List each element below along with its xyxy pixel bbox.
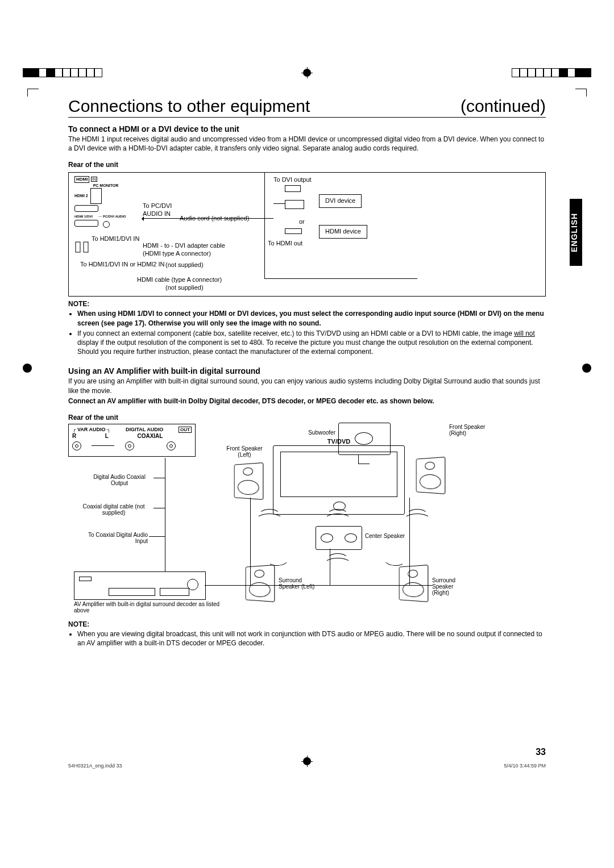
surround-right-label: Surround Speaker (Right) [432,577,472,596]
section-hdmi-intro: The HDMI 1 input receives digital audio … [68,135,546,153]
front-left-label: Front Speaker (Left) [222,445,267,458]
to-coax-input-label: To Coaxial Digital Audio Input [85,532,148,544]
footer-file: 54H0321A_eng.indd 33 [68,763,122,769]
to-hdmi1-or-2-label: To HDMI1/DVI IN or HDMI2 IN [80,261,165,268]
note-block-2: NOTE: When you are viewing digital broad… [68,620,546,648]
registration-mark-right [582,364,591,373]
hdmi-logo: HDMI [74,176,89,183]
section-av-intro: If you are using an Amplifier with built… [68,377,546,395]
registration-mark-left [23,364,32,373]
front-left-speaker-icon [234,462,264,500]
adapter-cable-label: HDMI - to - DVI adapter cable (HDMI type… [143,242,225,257]
registration-mark-top [301,67,313,78]
coax-cable-label: Coaxial digital cable (not supplied) [74,503,154,516]
front-right-speaker-icon [416,457,446,494]
section-hdmi-heading: To connect a HDMI or a DVI device to the… [68,124,546,133]
hdmi1-dvi-label: HDMI 1/DVI [74,215,97,219]
center-speaker-icon [316,526,362,550]
audio-out-panel: ┌ VAR AUDIO ┐ DIGITAL AUDIO OUT R L COAX… [68,424,196,457]
note-item: When you are viewing digital broadcast, … [77,629,546,648]
to-hdmi1-dvi-in-label: To HDMI1/DVI IN [92,235,139,243]
svg-rect-1 [84,242,88,252]
surround-left-label: Surround Speaker (Left) [279,577,324,590]
subwoofer-icon [338,423,391,455]
not-supplied-label-1: (not supplied) [165,261,204,269]
footer-timestamp: 5/4/10 3:44:59 PM [504,763,546,769]
surround-right-speaker-icon [399,565,429,602]
rear-of-unit-label-2: Rear of the unit [68,414,546,422]
av-amplifier-diagram: ┌ VAR AUDIO ┐ DIGITAL AUDIO OUT R L COAX… [68,424,546,617]
page-number: 33 [536,747,546,757]
pc-monitor-label: PC MONITOR [74,183,137,188]
crop-corner [575,89,587,97]
rca-plug-icon [74,241,92,254]
page-title: Connections to other equipment [68,97,310,116]
front-right-label: Front Speaker (Right) [449,424,489,436]
amp-caption: AV Amplifier with built-in digital surro… [74,601,222,614]
in-badge: IN [91,177,97,182]
note-heading-1: NOTE: [68,300,546,308]
note-heading-2: NOTE: [68,620,546,628]
section-av-heading: Using an AV Amplifier with built-in digi… [68,366,546,375]
crop-corner [27,89,39,97]
tv-port-panel: HDMI IN PC MONITOR HDMI 2 HDMI 1/DVI — P… [74,176,137,229]
section-av-bold: Connect an AV amplifier with built-in Do… [68,397,546,406]
note-item: If you connect an external component (ca… [77,329,546,357]
language-tab: ENGLISH [570,199,582,266]
svg-rect-0 [76,242,80,252]
registration-mark-bottom [301,756,313,767]
hdmi2-label: HDMI 2 [74,194,88,198]
not-supplied-label-2: (not supplied) [165,284,204,291]
to-pc-dvi-label: To PC/DVI AUDIO IN [143,202,172,217]
page-title-row: Connections to other equipment (continue… [68,97,546,118]
hdmi-connection-diagram: HDMI IN PC MONITOR HDMI 2 HDMI 1/DVI — P… [68,172,546,297]
hdmi-cable-label: HDMI cable (type A connector) [137,276,222,283]
note-block-1: NOTE: When using HDMI 1/DVI to connect y… [68,300,546,356]
digital-audio-out-label: Digital Audio Coaxial Output [85,474,154,486]
av-amplifier-box [74,571,206,600]
pc-dvi-audio-label: PC/DVI AUDIO [103,215,126,219]
center-label: Center Speaker [365,533,405,539]
note-item: When using HDMI 1/DVI to connect your HD… [77,309,546,327]
subwoofer-label: Subwoofer [293,429,335,436]
page-continued: (continued) [460,97,546,116]
tv-dvd-unit: TV/DVD [273,445,405,515]
rear-of-unit-label-1: Rear of the unit [68,161,546,169]
